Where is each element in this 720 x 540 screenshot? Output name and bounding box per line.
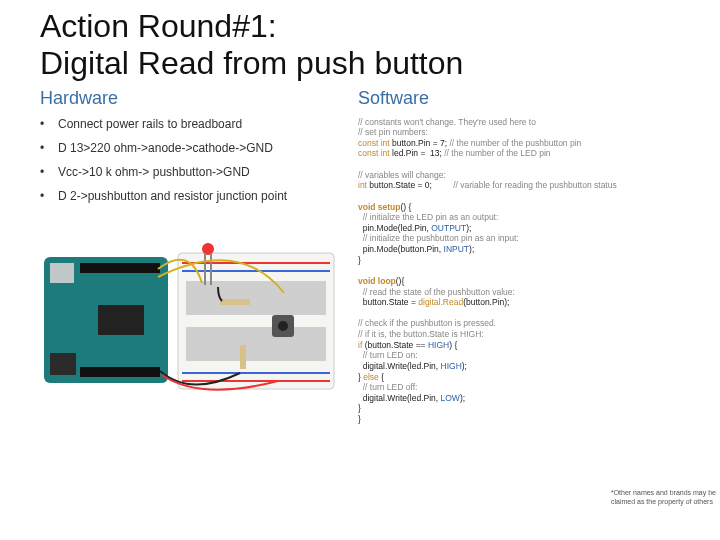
list-item: D 13>220 ohm->anode->cathode->GND [40,141,340,155]
list-item: Connect power rails to breadboard [40,117,340,131]
usb-port-icon [50,263,74,283]
software-column: Software // constants won't change. They… [358,88,680,425]
slide-title: Action Round#1: Digital Read from push b… [40,8,680,82]
svg-rect-4 [186,281,326,315]
breadboard-icon [178,253,334,389]
header-top-icon [80,263,160,273]
software-heading: Software [358,88,680,109]
title-line2: Digital Read from push button [40,45,463,81]
svg-rect-5 [186,327,326,361]
mcu-chip-icon [98,305,144,335]
hardware-list: Connect power rails to breadboard D 13>2… [40,117,340,203]
code-block: // constants won't change. They're used … [358,117,680,425]
circuit-diagram [40,227,340,397]
dc-jack-icon [50,353,76,375]
list-item: D 2->pushbutton and resistor junction po… [40,189,340,203]
header-bottom-icon [80,367,160,377]
title-line1: Action Round#1: [40,8,277,44]
svg-point-8 [278,321,288,331]
hardware-column: Hardware Connect power rails to breadboa… [40,88,340,425]
list-item: Vcc->10 k ohm-> pushbutton->GND [40,165,340,179]
resistor-icon [240,345,246,369]
resistor-icon [220,299,250,305]
hardware-heading: Hardware [40,88,340,109]
led-icon [202,243,214,255]
footnote: *Other names and brands may be claimed a… [611,489,716,506]
